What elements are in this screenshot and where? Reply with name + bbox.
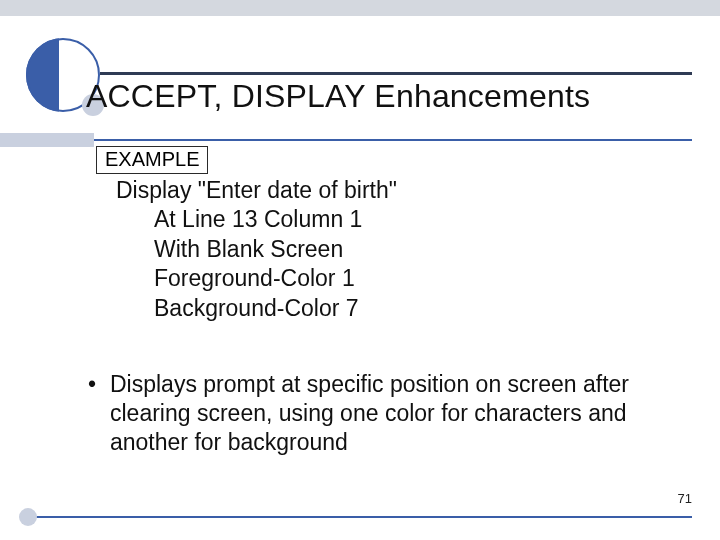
bullet-marker: • (88, 370, 110, 399)
subtitle-rule-line (94, 139, 692, 141)
bullet-block: • Displays prompt at specific position o… (88, 370, 670, 457)
example-label-box: EXAMPLE (96, 146, 208, 174)
code-line-3: With Blank Screen (116, 235, 397, 264)
footer-rule (28, 516, 692, 518)
code-line-4: Foreground-Color 1 (116, 264, 397, 293)
code-line-5: Background-Color 7 (116, 294, 397, 323)
subtitle-rule-block (0, 133, 94, 147)
code-block: Display "Enter date of birth" At Line 13… (116, 176, 397, 323)
slide: ACCEPT, DISPLAY Enhancements EXAMPLE Dis… (0, 0, 720, 540)
top-gray-bar (0, 0, 720, 16)
code-line-2: At Line 13 Column 1 (116, 205, 397, 234)
bullet-row: • Displays prompt at specific position o… (88, 370, 670, 457)
bullet-text: Displays prompt at specific position on … (110, 370, 670, 457)
slide-title: ACCEPT, DISPLAY Enhancements (86, 78, 590, 115)
footer-dot-icon (19, 508, 37, 526)
example-label: EXAMPLE (105, 148, 199, 170)
page-number: 71 (678, 491, 692, 506)
code-line-1: Display "Enter date of birth" (116, 176, 397, 205)
title-rule (100, 72, 692, 75)
